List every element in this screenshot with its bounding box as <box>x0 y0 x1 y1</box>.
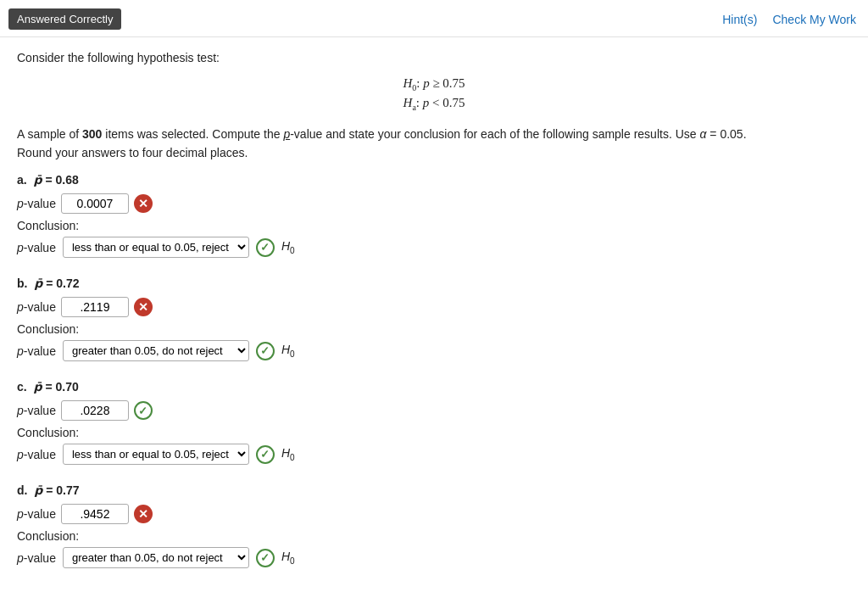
part-c-conclusion-label: Conclusion: <box>17 426 851 439</box>
part-b-conclusion-row: p-value less than or equal to 0.05, reje… <box>17 340 851 361</box>
ha-hypothesis: Ha: p < 0.75 <box>17 96 851 112</box>
h0-hypothesis: H0: p ≥ 0.75 <box>17 76 851 92</box>
answered-badge: Answered Correctly <box>8 8 121 30</box>
part-b-conclusion-correct-icon: ✓ <box>256 342 275 360</box>
part-b-pvalue-input[interactable] <box>61 297 129 317</box>
part-a-conclusion-label: Conclusion: <box>17 219 851 232</box>
part-b-conclusion-select[interactable]: less than or equal to 0.05, reject great… <box>63 340 249 361</box>
part-b: b. p̄ = 0.72 p-value ✕ Conclusion: p-val… <box>17 276 851 361</box>
part-a: a. p̄ = 0.68 p-value ✕ Conclusion: p-val… <box>17 173 851 258</box>
top-bar: Answered Correctly Hint(s) Check My Work <box>0 0 868 37</box>
part-d-conclusion-label: Conclusion: <box>17 529 851 543</box>
part-d-conclusion-correct-icon: ✓ <box>256 549 275 567</box>
part-b-pvalue-label: p-value <box>17 300 56 314</box>
part-d-conclusion-row: p-value less than or equal to 0.05, reje… <box>17 547 851 568</box>
part-b-conclusion-label: Conclusion: <box>17 322 851 336</box>
part-d-label: d. p̄ = 0.77 <box>17 483 851 497</box>
top-right-actions: Hint(s) Check My Work <box>722 13 856 26</box>
hypothesis-block: H0: p ≥ 0.75 Ha: p < 0.75 <box>17 76 851 112</box>
part-c-conclusion-select[interactable]: less than or equal to 0.05, reject great… <box>63 444 249 465</box>
part-d-h0-label: H0 <box>281 550 295 566</box>
part-b-conclusion-pvalue-label: p-value <box>17 344 56 358</box>
part-d-conclusion-select[interactable]: less than or equal to 0.05, reject great… <box>63 547 249 568</box>
part-c: c. p̄ = 0.70 p-value ✓ Conclusion: p-val… <box>17 380 851 465</box>
part-a-conclusion-correct-icon: ✓ <box>256 238 275 257</box>
part-d: d. p̄ = 0.77 p-value ✕ Conclusion: p-val… <box>17 483 851 568</box>
part-a-conclusion-pvalue-label: p-value <box>17 241 56 254</box>
check-my-work-link[interactable]: Check My Work <box>772 13 856 26</box>
part-a-label: a. p̄ = 0.68 <box>17 173 851 187</box>
part-c-pvalue-label: p-value <box>17 404 56 417</box>
part-c-pvalue-correct-icon: ✓ <box>134 401 153 420</box>
problem-text: A sample of 300 items was selected. Comp… <box>17 127 851 141</box>
hint-link[interactable]: Hint(s) <box>722 13 757 26</box>
main-content: Consider the following hypothesis test: … <box>0 37 868 592</box>
part-a-pvalue-wrong-icon: ✕ <box>134 194 153 213</box>
part-a-conclusion-row: p-value less than or equal to 0.05, reje… <box>17 237 851 258</box>
part-c-conclusion-correct-icon: ✓ <box>256 445 275 464</box>
part-d-pvalue-wrong-icon: ✕ <box>134 505 153 523</box>
part-d-conclusion-pvalue-label: p-value <box>17 551 56 565</box>
part-d-pvalue-label: p-value <box>17 507 56 521</box>
part-b-label: b. p̄ = 0.72 <box>17 276 851 290</box>
part-c-h0-label: H0 <box>281 446 295 462</box>
part-c-label: c. p̄ = 0.70 <box>17 380 851 394</box>
part-b-pvalue-wrong-icon: ✕ <box>134 298 153 316</box>
part-d-pvalue-input[interactable] <box>61 504 129 524</box>
part-d-pvalue-row: p-value ✕ <box>17 504 851 524</box>
intro-text: Consider the following hypothesis test: <box>17 51 851 64</box>
part-c-pvalue-input[interactable] <box>61 400 129 421</box>
part-a-pvalue-input[interactable] <box>61 193 129 214</box>
part-c-conclusion-row: p-value less than or equal to 0.05, reje… <box>17 444 851 465</box>
part-c-conclusion-pvalue-label: p-value <box>17 448 56 461</box>
part-b-pvalue-row: p-value ✕ <box>17 297 851 317</box>
part-b-h0-label: H0 <box>281 343 295 359</box>
part-a-pvalue-row: p-value ✕ <box>17 193 851 214</box>
part-c-pvalue-row: p-value ✓ <box>17 400 851 421</box>
part-a-pvalue-label: p-value <box>17 197 56 210</box>
round-instruction: Round your answers to four decimal place… <box>17 146 851 159</box>
part-a-conclusion-select[interactable]: less than or equal to 0.05, reject great… <box>63 237 249 258</box>
part-a-h0-label: H0 <box>281 239 295 255</box>
